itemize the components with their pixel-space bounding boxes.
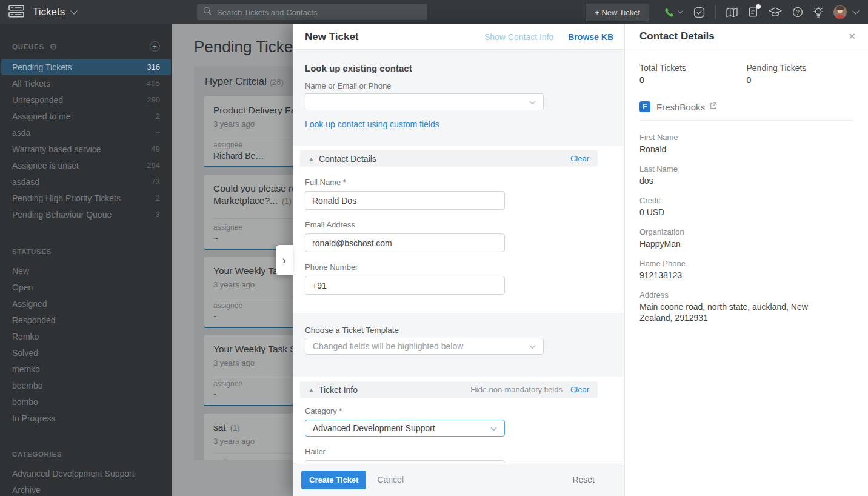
phone-icon[interactable] bbox=[664, 7, 675, 18]
contact-lookup-select[interactable] bbox=[305, 93, 544, 110]
collapse-panel-button[interactable]: › bbox=[276, 245, 293, 275]
freshbooks-icon: F bbox=[639, 101, 650, 112]
lookup-label: Name or Email or Phone bbox=[305, 81, 612, 90]
hailer-label: Hailer bbox=[305, 447, 612, 456]
cancel-button[interactable]: Cancel bbox=[377, 475, 404, 484]
queue-item[interactable]: Warranty based service49 bbox=[0, 141, 172, 157]
show-contact-info-link[interactable]: Show Contact Info bbox=[484, 32, 553, 42]
queue-item[interactable]: Pending Tickets316 bbox=[1, 59, 171, 75]
email-field: Email Address bbox=[305, 220, 612, 252]
full-name-input[interactable] bbox=[305, 191, 505, 210]
queues-header: QUEUES bbox=[12, 43, 44, 50]
search-icon bbox=[203, 7, 212, 18]
queue-count: 294 bbox=[147, 161, 160, 170]
create-ticket-button[interactable]: Create Ticket bbox=[301, 471, 366, 489]
status-item[interactable]: Assigned bbox=[0, 295, 172, 312]
hide-nonmandatory-link[interactable]: Hide non-mandatory fields bbox=[470, 385, 563, 394]
contact-field-first-name: First Name Ronald bbox=[639, 133, 853, 155]
category-field: Category * Advanced Development Support bbox=[305, 406, 612, 437]
queues-list: Pending Tickets316 All Tickets405 Unresp… bbox=[0, 59, 172, 223]
contact-field-address: Address Main coone road, north state, au… bbox=[639, 290, 853, 323]
sidebar: QUEUES ⚙ + Pending Tickets316 All Ticket… bbox=[0, 24, 172, 496]
reset-button[interactable]: Reset bbox=[572, 475, 595, 484]
gear-icon[interactable]: ⚙ bbox=[50, 42, 58, 52]
full-name-field: Full Name * bbox=[305, 178, 612, 210]
queue-item[interactable]: Unresponded290 bbox=[0, 92, 172, 108]
contact-field-last-name: Last Name dos bbox=[639, 164, 853, 186]
queue-count: 73 bbox=[152, 177, 160, 186]
status-item[interactable]: memko bbox=[0, 361, 172, 377]
contact-field-organization: Organization HappyMan bbox=[639, 227, 853, 249]
status-item[interactable]: Solved bbox=[0, 344, 172, 361]
contact-details-panel: Contact Details ✕ Total Tickets 0 Pendin… bbox=[624, 24, 868, 496]
browse-kb-link[interactable]: Browse KB bbox=[568, 32, 613, 42]
email-input[interactable] bbox=[305, 233, 505, 252]
global-search[interactable] bbox=[197, 4, 427, 20]
phone-input[interactable] bbox=[305, 276, 505, 295]
close-icon[interactable]: ✕ bbox=[846, 28, 858, 44]
status-item[interactable]: Remko bbox=[0, 328, 172, 344]
custom-fields-link[interactable]: Look up contact using custom fields bbox=[305, 119, 439, 129]
product-label: Tickets bbox=[33, 6, 65, 18]
product-switcher[interactable]: Tickets bbox=[33, 6, 76, 18]
lookup-heading: Look up existing contact bbox=[305, 63, 612, 73]
template-label: Choose a Ticket Template bbox=[305, 326, 612, 335]
queue-item[interactable]: asda~ bbox=[0, 124, 172, 141]
template-select[interactable]: Changed fields will be highlighted below bbox=[305, 338, 544, 355]
freshbooks-label: FreshBooks bbox=[656, 102, 705, 112]
categories-list: Advanced Development Support Archive bbox=[0, 465, 172, 496]
contact-details-section-bar: ▲ Contact Details Clear bbox=[300, 150, 598, 167]
status-item[interactable]: Responded bbox=[0, 312, 172, 328]
queue-item[interactable]: Assigned to me2 bbox=[0, 108, 172, 124]
status-item[interactable]: In Progress bbox=[0, 410, 172, 426]
queue-item[interactable]: Pending High Priority Tickets2 bbox=[0, 190, 172, 206]
queue-item[interactable]: All Tickets405 bbox=[0, 75, 172, 92]
modal-title: New Ticket bbox=[305, 31, 359, 43]
clear-contact-link[interactable]: Clear bbox=[570, 154, 589, 163]
notification-dot bbox=[756, 4, 761, 9]
svg-text:?: ? bbox=[796, 9, 800, 16]
tasks-icon[interactable] bbox=[693, 7, 705, 18]
user-menu-chevron-icon[interactable] bbox=[852, 7, 859, 14]
modal-footer: Create Ticket Cancel Reset bbox=[293, 463, 624, 496]
status-item[interactable]: beembo bbox=[0, 377, 172, 394]
category-item[interactable]: Archive bbox=[0, 481, 172, 496]
category-item[interactable]: Advanced Development Support bbox=[0, 465, 172, 481]
queue-count: 290 bbox=[147, 95, 160, 104]
queue-item[interactable]: Pending Behaviour Queue3 bbox=[0, 206, 172, 223]
avatar[interactable] bbox=[833, 5, 847, 19]
queue-item[interactable]: asdasd73 bbox=[0, 173, 172, 190]
freshbooks-integration[interactable]: F FreshBooks bbox=[639, 101, 853, 112]
phone-menu-chevron-icon[interactable] bbox=[678, 10, 683, 14]
academy-icon[interactable] bbox=[769, 7, 782, 17]
category-select[interactable]: Advanced Development Support bbox=[305, 420, 505, 437]
section-title: Ticket Info bbox=[319, 385, 358, 395]
statuses-list: New Open Assigned Responded Remko Solved… bbox=[0, 263, 172, 426]
queue-count: 405 bbox=[147, 79, 160, 88]
queue-item[interactable]: Assignee is unset294 bbox=[0, 157, 172, 173]
collapse-triangle-icon[interactable]: ▲ bbox=[309, 387, 314, 393]
search-input[interactable] bbox=[217, 8, 421, 17]
status-item[interactable]: Open bbox=[0, 279, 172, 295]
help-icon[interactable]: ? bbox=[792, 7, 803, 18]
contact-field-credit: Credit 0 USD bbox=[639, 196, 853, 218]
new-ticket-button[interactable]: + New Ticket bbox=[586, 4, 649, 21]
knowledgebase-icon[interactable] bbox=[726, 7, 738, 18]
divider bbox=[639, 120, 853, 121]
product-menu-button[interactable] bbox=[0, 0, 33, 24]
category-label: Category * bbox=[305, 406, 612, 415]
add-queue-button[interactable]: + bbox=[150, 41, 160, 52]
contact-field-home-phone: Home Phone 912138123 bbox=[639, 259, 853, 281]
section-title: Contact Details bbox=[319, 154, 376, 164]
status-item[interactable]: bombo bbox=[0, 394, 172, 410]
app-grid-icon bbox=[8, 5, 24, 20]
queue-count: 2 bbox=[156, 193, 160, 203]
ticket-info-section-bar: ▲ Ticket Info Hide non-mandatory fields … bbox=[300, 381, 598, 398]
external-link-icon[interactable] bbox=[709, 101, 717, 112]
clear-ticket-link[interactable]: Clear bbox=[570, 385, 589, 394]
whats-new-icon[interactable] bbox=[813, 7, 823, 18]
news-icon[interactable] bbox=[748, 7, 758, 18]
topbar: Tickets + New Ticket bbox=[0, 0, 868, 24]
collapse-triangle-icon[interactable]: ▲ bbox=[309, 156, 314, 162]
status-item[interactable]: New bbox=[0, 263, 172, 279]
